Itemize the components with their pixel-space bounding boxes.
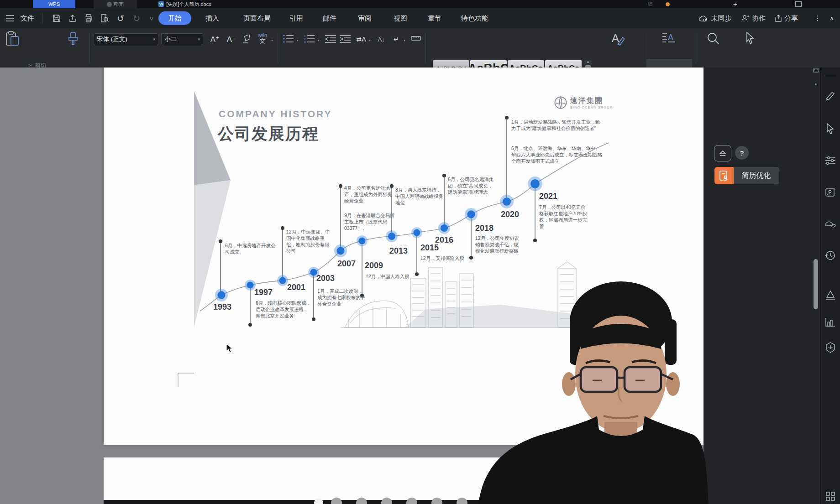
docer-resource-icon[interactable] xyxy=(825,219,836,230)
ribbon-tab-features[interactable]: 特色功能 xyxy=(458,8,491,28)
ribbon-tab-sections[interactable]: 章节 xyxy=(426,8,443,28)
event-2007a: 4月，公司更名远洋地产，重组成为外商独资经营企业 xyxy=(344,185,395,204)
resume-optimize-button[interactable]: 简历优化 xyxy=(714,167,779,184)
mouse-cursor xyxy=(226,343,233,353)
eject-button[interactable] xyxy=(714,145,731,161)
undo-icon[interactable]: ↺ xyxy=(115,13,126,24)
sync-status[interactable]: 未同步 xyxy=(710,8,732,28)
chart-icon[interactable] xyxy=(825,317,836,327)
select-cursor-icon[interactable] xyxy=(745,32,755,45)
apps-grid-icon[interactable] xyxy=(825,491,836,502)
ribbon-tab-pagelayout[interactable]: 页面布局 xyxy=(241,8,273,28)
tab-wps-home[interactable]: WPS xyxy=(33,0,75,8)
history-clock-icon[interactable] xyxy=(825,250,836,261)
cast-screen-icon[interactable]: ⎚ xyxy=(648,1,652,7)
event-note-1: 1月，启动新发展战略，聚焦开发主业，致力于成为“建筑健康和社会价值的创造者” xyxy=(511,119,605,131)
plugin-leaf-icon[interactable] xyxy=(825,342,836,353)
webcam-presenter xyxy=(475,265,712,504)
vertical-scrollbar[interactable] xyxy=(814,259,818,309)
menu-file[interactable]: 文件 xyxy=(20,8,35,28)
ruler-icon[interactable] xyxy=(411,36,421,41)
right-tool-sidebar xyxy=(820,68,840,504)
share-icon xyxy=(773,13,784,24)
ribbon-tab-review[interactable]: 审阅 xyxy=(357,8,373,28)
sino-ocean-logo-icon xyxy=(554,96,567,109)
ear xyxy=(562,372,576,396)
progress-dot-active[interactable] xyxy=(314,498,323,504)
ribbon-toolbar: 粘贴▾ ✂ 剪切 ⧉ 复制 格式刷 宋体 (正文)▾ 小二▾ A⁺ A⁻ wén… xyxy=(0,28,840,68)
docx-file-icon: W xyxy=(158,1,164,7)
event-1997: 6月，现有核心团队形成，启动企业改革发展进程，聚焦北京开发业务 xyxy=(256,300,311,319)
document-canvas: COMPANY HISTORY 公司发展历程 遠洋集團 SINO-OCEAN G… xyxy=(0,68,840,504)
year-2009: 2009 xyxy=(365,261,383,270)
company-logo: 遠洋集團 SINO-OCEAN GROUP xyxy=(554,96,612,109)
font-size-combo[interactable]: 小二▾ xyxy=(161,33,203,45)
sort-button[interactable]: A↓ xyxy=(375,34,387,45)
adjust-sliders-icon[interactable] xyxy=(825,155,836,166)
export-icon[interactable] xyxy=(67,13,78,24)
clear-format-icon[interactable] xyxy=(242,35,252,44)
more-menu-icon[interactable]: ⋮ xyxy=(814,8,821,28)
ribbon-tab-references[interactable]: 引用 xyxy=(288,8,304,28)
scroll-up-icon[interactable]: ▲ xyxy=(813,82,819,86)
year-2020: 2020 xyxy=(501,210,519,219)
year-2016: 2016 xyxy=(435,235,453,245)
find-replace-icon[interactable] xyxy=(707,32,719,45)
select-tool-icon[interactable] xyxy=(825,123,836,134)
ribbon-tab-home[interactable]: 开始 xyxy=(158,11,191,25)
print-preview-icon[interactable] xyxy=(99,13,110,24)
year-2021: 2021 xyxy=(539,192,557,201)
new-tab-button[interactable]: + xyxy=(733,0,737,8)
collaborate-button[interactable]: 协作 xyxy=(751,8,766,28)
year-2007: 2007 xyxy=(337,259,356,269)
collaborate-icon xyxy=(740,13,751,24)
new-style-icon[interactable]: A xyxy=(612,32,625,46)
year-1997: 1997 xyxy=(254,288,273,297)
ruler-toggle-icon[interactable] xyxy=(813,68,819,81)
doc-heading-zh: 公司发展历程 xyxy=(218,123,319,145)
year-2001: 2001 xyxy=(287,283,305,292)
tab-document[interactable]: W [失误]个人简历.docx xyxy=(137,0,233,8)
image-tool-icon[interactable] xyxy=(825,187,836,198)
ribbon-tab-insert[interactable]: 插入 xyxy=(204,8,220,28)
sidebar-divider xyxy=(824,76,836,76)
event-2021: 7月，公司以40亿元价格获取红星地产70%股权，区域布局进一步完善 xyxy=(539,204,590,229)
text-tools-icon[interactable]: A xyxy=(662,32,676,45)
increase-indent-icon[interactable] xyxy=(340,35,351,43)
decrease-indent-icon[interactable] xyxy=(325,35,336,43)
collapse-ribbon-icon[interactable]: ∧ xyxy=(827,8,836,28)
decrease-font-button[interactable]: A⁻ xyxy=(226,34,237,45)
paste-icon[interactable] xyxy=(5,31,19,47)
logo-zh: 遠洋集團 xyxy=(570,96,612,106)
wps-writer-window: WPS 稻壳 W [失误]个人简历.docx ⎚ + 文件 xyxy=(0,0,840,504)
ribbon-tab-mailings[interactable]: 邮件 xyxy=(321,8,338,28)
event-2001: 12月，中远集团、中国中化集团战略重组，改制为股份有限公司 xyxy=(286,229,332,254)
tab-docer[interactable]: 稻壳 xyxy=(94,0,137,8)
save-icon[interactable] xyxy=(51,13,62,24)
event-2018: 12月，公司年度协议销售额突破千亿，规模化发展取得新突破 xyxy=(475,235,523,255)
format-painter-icon[interactable] xyxy=(68,32,79,46)
window-tab-bar: WPS 稻壳 W [失误]个人简历.docx ⎚ + xyxy=(0,0,840,8)
bullet-list-icon[interactable] xyxy=(283,35,294,43)
svg-text:1: 1 xyxy=(304,35,306,37)
wordart-icon[interactable] xyxy=(825,290,836,301)
help-button[interactable]: ? xyxy=(735,146,749,160)
window-widget-icon[interactable] xyxy=(795,1,802,7)
font-name-combo[interactable]: 宋体 (正文)▾ xyxy=(94,33,158,45)
phonetic-guide-button[interactable]: wén文 xyxy=(256,33,269,44)
quickbar-dropdown-icon[interactable]: ▽ xyxy=(146,13,157,24)
resume-doc-icon xyxy=(714,167,734,184)
show-marks-button[interactable]: ↵ xyxy=(391,34,402,45)
logo-en: SINO-OCEAN GROUP xyxy=(570,106,612,109)
redo-icon[interactable]: ↻ xyxy=(131,13,142,24)
annotate-pen-icon[interactable] xyxy=(825,90,836,101)
numbered-list-icon[interactable]: 123 xyxy=(304,35,315,43)
doc-heading-en: COMPANY HISTORY xyxy=(219,109,332,120)
ribbon-tab-view[interactable]: 视图 xyxy=(392,8,409,28)
print-icon[interactable] xyxy=(83,13,94,24)
year-2018: 2018 xyxy=(475,223,493,233)
share-button[interactable]: 分享 xyxy=(783,8,799,28)
hamburger-menu-icon[interactable] xyxy=(5,13,16,24)
text-direction-button[interactable]: ⇄A xyxy=(355,34,367,45)
increase-font-button[interactable]: A⁺ xyxy=(209,34,221,45)
